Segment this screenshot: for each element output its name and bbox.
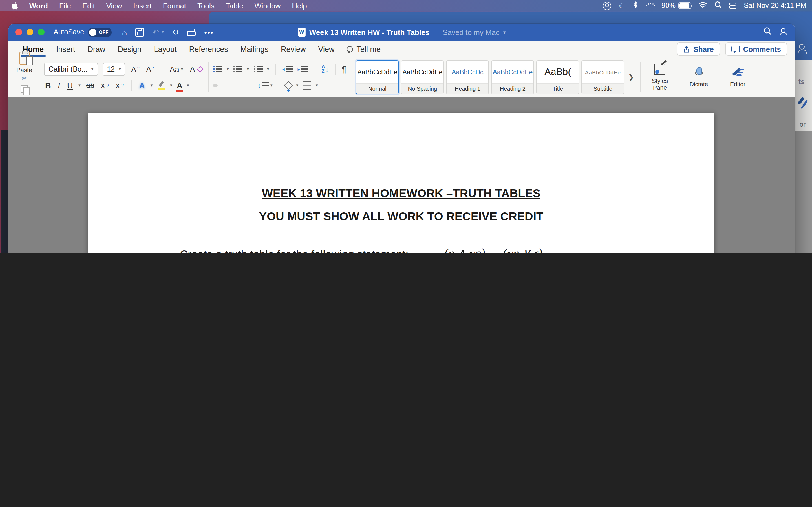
shading-icon[interactable] [284,81,293,90]
menu-view[interactable]: View [101,1,128,10]
text-effects-button[interactable]: A [138,81,146,90]
menu-help[interactable]: Help [286,1,313,10]
home-icon[interactable]: ⌂ [122,28,127,36]
share-button[interactable]: Share [676,42,720,56]
multilevel-list-icon[interactable] [253,66,262,72]
battery-indicator[interactable]: 90% [661,2,691,10]
background-window-titlebar [209,12,812,25]
style-gallery-expand-icon[interactable]: ❯ [626,73,636,81]
strikethrough-button[interactable]: ab [85,81,96,90]
wifi-icon[interactable] [699,2,707,10]
bullet-chevron-icon[interactable]: ▾ [227,66,229,71]
clear-formatting-button[interactable]: A [189,64,204,73]
saved-chevron-icon[interactable]: ▾ [503,30,506,35]
multilevel-chevron-icon[interactable]: ▾ [267,66,269,71]
copy-icon[interactable] [21,85,28,93]
bullet-list-icon[interactable] [213,66,222,72]
font-name-select[interactable]: Calibri (Bo...▾ [44,62,98,76]
menu-format[interactable]: Format [157,1,192,10]
close-button[interactable] [15,29,22,36]
menu-insert[interactable]: Insert [128,1,157,10]
tab-review[interactable]: Review [274,41,312,57]
keyboard-brightness-icon[interactable] [646,5,647,6]
bold-button[interactable]: B [44,81,52,90]
align-left-button[interactable] [213,83,218,87]
do-not-disturb-icon[interactable]: ☾ [619,1,625,10]
sort-icon[interactable]: AZ↓ [322,64,329,73]
cut-icon[interactable]: ✂ [21,74,27,82]
font-color-button[interactable]: A [177,81,183,89]
comments-button[interactable]: Comments [725,42,787,56]
line-spacing-icon[interactable]: ↕▾ [258,82,273,89]
menu-tools[interactable]: Tools [192,1,220,10]
menu-edit[interactable]: Edit [77,1,101,10]
dictate-button[interactable]: Dictate [684,67,713,87]
menu-bar-clock[interactable]: Sat Nov 20 4:11 PM [744,2,806,10]
spotlight-search-icon[interactable] [714,1,722,10]
tell-me-button[interactable]: Tell me [341,45,387,53]
minimize-button[interactable] [27,29,33,36]
tab-mailings[interactable]: Mailings [234,41,274,57]
bluetooth-icon[interactable] [633,1,638,10]
tab-view[interactable]: View [312,41,341,57]
font-size-select[interactable]: 12▾ [102,62,125,76]
tab-insert[interactable]: Insert [50,41,82,57]
align-right-button[interactable] [231,83,236,87]
highlight-button[interactable] [157,81,165,90]
print-icon[interactable] [188,29,196,36]
style-no-spacing[interactable]: AaBbCcDdEe No Spacing [401,60,444,94]
autosave-toggle[interactable]: OFF [88,27,112,37]
document-area[interactable]: WEEK 13 WRITTEN HOMEWORK –TRUTH TABLES Y… [8,98,795,253]
align-center-button[interactable] [222,83,227,87]
tab-design[interactable]: Design [112,41,148,57]
editor-button[interactable]: Editor [723,67,752,87]
document-page[interactable]: WEEK 13 WRITTEN HOMEWORK –TRUTH TABLES Y… [88,113,714,253]
style-heading-1[interactable]: AaBbCcDc Heading 1 [446,60,489,94]
document-title-area[interactable]: W Week 13 Written HW - Truth Tables — Sa… [298,24,506,41]
italic-button[interactable]: I [57,81,61,90]
shading-chevron-icon[interactable]: ▾ [296,83,298,88]
tab-layout[interactable]: Layout [148,41,183,57]
increase-indent-icon[interactable]: ▸ [298,66,309,72]
justify-button[interactable] [240,83,245,87]
style-normal[interactable]: AaBbCcDdEe Normal [356,60,399,94]
superscript-button[interactable]: x2 [115,81,125,90]
font-color-chevron-icon[interactable]: ▾ [187,83,189,88]
highlight-chevron-icon[interactable]: ▾ [170,83,172,88]
underline-chevron-icon[interactable]: ▾ [79,83,81,88]
style-heading-2[interactable]: AaBbCcDdEe Heading 2 [491,60,534,94]
save-icon[interactable] [136,28,144,36]
screen-mirroring-icon[interactable] [603,1,612,10]
apple-menu-icon[interactable] [6,2,24,10]
text-effects-chevron-icon[interactable]: ▾ [151,83,153,88]
paragraph-marks-icon[interactable]: ¶ [342,64,346,74]
numbered-chevron-icon[interactable]: ▾ [247,66,249,71]
undo-chevron-icon[interactable]: ▾ [162,30,164,34]
zoom-button[interactable] [38,29,45,36]
shrink-font-button[interactable]: Aˇ [145,64,155,73]
underline-button[interactable]: U [66,81,74,90]
subscript-button[interactable]: x2 [100,81,110,90]
undo-icon[interactable]: ↶ [153,27,159,37]
app-menu-word[interactable]: Word [24,1,54,10]
decrease-indent-icon[interactable]: ◂ [282,66,293,72]
tab-draw[interactable]: Draw [82,41,112,57]
menu-window[interactable]: Window [249,1,287,10]
style-subtitle[interactable]: AaBbCcDdEe Subtitle [581,60,624,94]
numbered-list-icon[interactable] [233,66,242,72]
borders-chevron-icon[interactable]: ▾ [316,83,318,88]
styles-pane-button[interactable]: Styles Pane [645,64,674,91]
menu-file[interactable]: File [54,1,77,10]
borders-icon[interactable] [303,81,311,90]
redo-icon[interactable]: ↻ [172,27,179,37]
change-case-button[interactable]: Aa▾ [168,64,184,73]
sharing-icon[interactable] [780,28,788,36]
more-commands-icon[interactable]: ••• [204,28,214,36]
style-title[interactable]: AaBb( Title [536,60,579,94]
menu-table[interactable]: Table [220,1,249,10]
control-center-icon[interactable] [729,3,737,9]
window-titlebar[interactable]: AutoSave OFF ⌂ ↶ ▾ ↻ ••• W Week 13 Writt… [8,24,795,41]
grow-font-button[interactable]: Aˆ [130,64,140,73]
tab-references[interactable]: References [183,41,234,57]
search-icon[interactable] [763,27,771,37]
